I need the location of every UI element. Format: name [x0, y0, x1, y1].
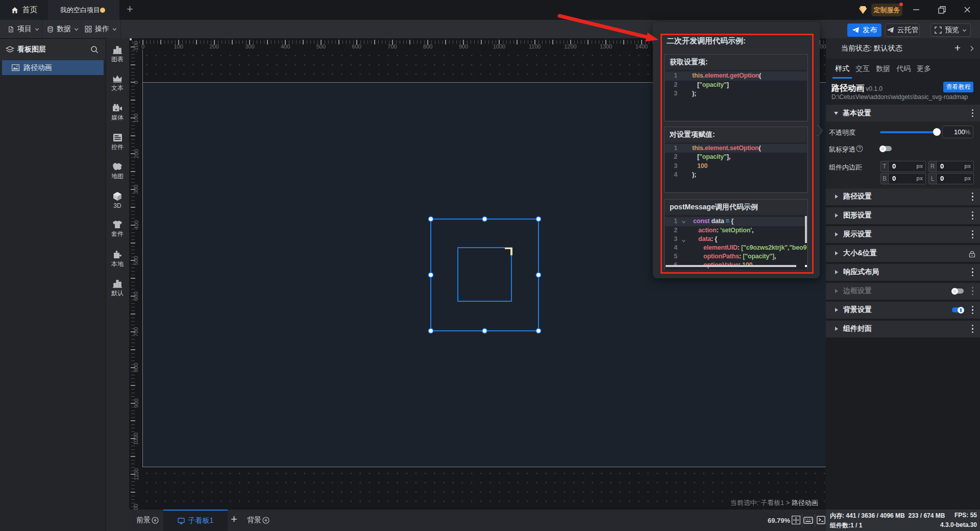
svg-text:0: 0	[141, 43, 144, 50]
svg-text:700: 700	[133, 327, 139, 336]
svg-text:500: 500	[133, 256, 139, 265]
svg-text:100: 100	[133, 113, 139, 123]
svg-text:200: 200	[209, 43, 218, 50]
svg-text:500: 500	[316, 43, 326, 50]
svg-text:100: 100	[174, 43, 183, 50]
svg-text:300: 300	[133, 185, 139, 194]
svg-text:800: 800	[423, 43, 432, 50]
svg-text:900: 900	[459, 43, 468, 50]
svg-text:1100: 1100	[133, 468, 139, 480]
svg-text:1000: 1000	[133, 432, 139, 445]
svg-text:1100: 1100	[529, 43, 541, 50]
svg-text:600: 600	[133, 292, 139, 301]
svg-text:-100: -100	[133, 41, 139, 53]
svg-text:300: 300	[245, 43, 254, 50]
svg-text:400: 400	[281, 43, 290, 50]
svg-text:700: 700	[387, 43, 397, 50]
svg-text:600: 600	[352, 43, 361, 50]
svg-text:1200: 1200	[133, 504, 139, 510]
svg-text:200: 200	[133, 149, 139, 158]
svg-text:0: 0	[133, 81, 139, 84]
svg-text:400: 400	[133, 220, 139, 229]
svg-text:800: 800	[133, 363, 139, 372]
svg-text:900: 900	[133, 398, 139, 407]
svg-text:1000: 1000	[493, 43, 505, 50]
